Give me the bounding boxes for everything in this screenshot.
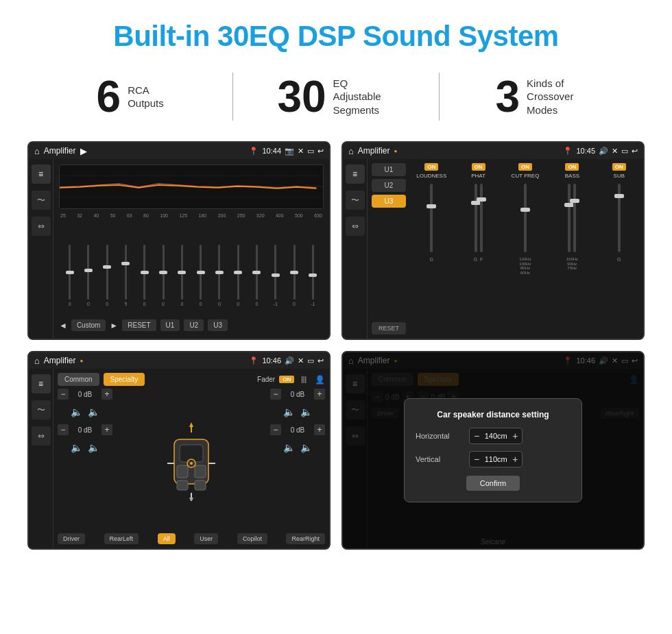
close-icon-2: ✕ <box>612 147 618 156</box>
driver-btn[interactable]: Driver <box>58 533 85 544</box>
eq-slider-3[interactable]: 5 <box>118 245 134 313</box>
rearleft-btn[interactable]: RearLeft <box>104 533 139 544</box>
user-btn[interactable]: User <box>194 533 218 544</box>
plus-btn-1[interactable]: + <box>101 389 112 400</box>
eq-slider-9[interactable]: 0 <box>230 245 246 313</box>
right-speaker-icons-2: 🔈 🔈 <box>270 442 325 453</box>
eq-bottom-bar: ◄ Custom ► RESET U1 U2 U3 <box>59 317 324 333</box>
screens-grid: ⌂ Amplifier ▶ 📍 10:44 📷 ✕ ▭ ↩ ≡ 〜 ⇔ <box>27 141 645 550</box>
custom-btn[interactable]: Custom <box>71 319 106 331</box>
horizontal-value: 140cm <box>482 432 509 440</box>
screen2-content: ≡ 〜 ⇔ U1 U2 U3 RESET <box>343 159 643 339</box>
sidebar-wave-btn-3[interactable]: 〜 <box>32 400 51 419</box>
screen2-sidebar: ≡ 〜 ⇔ <box>343 159 368 339</box>
eq-slider-1[interactable]: 0 <box>80 245 96 313</box>
svg-rect-9 <box>195 480 206 490</box>
person-icon: 👤 <box>315 375 325 385</box>
horizontal-minus[interactable]: − <box>474 430 479 441</box>
eq-slider-0[interactable]: 0 <box>62 245 77 313</box>
plus-btn-3[interactable]: + <box>314 389 325 400</box>
loudness-slider[interactable] <box>430 184 433 252</box>
minus-btn-2[interactable]: − <box>58 424 69 435</box>
eq-slider-10[interactable]: 0 <box>249 245 265 313</box>
u1-btn-amp[interactable]: U1 <box>372 163 406 176</box>
reset-btn[interactable]: RESET <box>122 319 156 331</box>
home-icon: ⌂ <box>34 146 40 156</box>
cutfreq-slider[interactable] <box>524 184 527 252</box>
amp-main: U1 U2 U3 RESET ON LOUDNESS <box>368 159 643 339</box>
sidebar-wave-btn-2[interactable]: 〜 <box>346 191 365 210</box>
bass-slider2[interactable] <box>573 184 576 252</box>
dialog-row-vertical: Vertical − 110cm + <box>416 451 571 467</box>
eq-slider-12[interactable]: 0 <box>286 245 302 313</box>
volume-icon: 🔊 <box>599 147 608 156</box>
stat-eq: 30 EQ AdjustableSegments <box>233 75 438 119</box>
eq-slider-5[interactable]: 0 <box>155 245 171 313</box>
sidebar-eq-btn[interactable]: ≡ <box>32 164 51 184</box>
sub-slider[interactable] <box>618 184 621 252</box>
rearright-btn[interactable]: RearRight <box>286 533 325 544</box>
plus-btn-4[interactable]: + <box>314 424 325 435</box>
fader-left-controls: − 0 dB + 🔈 🔈 − 0 dB + <box>58 389 112 531</box>
eq-slider-6[interactable]: 0 <box>174 245 190 313</box>
sidebar-arrows-btn-2[interactable]: ⇔ <box>346 217 365 236</box>
dialog-row-horizontal: Horizontal − 140cm + <box>416 428 571 444</box>
dialog-title: Car speaker distance setting <box>416 410 571 419</box>
specialty-tab[interactable]: Specialty <box>104 373 145 386</box>
vertical-value: 110cm <box>482 455 509 463</box>
fader-value-4: 0 dB <box>284 426 311 434</box>
eq-slider-7[interactable]: 0 <box>193 245 208 313</box>
minus-btn-4[interactable]: − <box>270 424 281 435</box>
eq-main: 25 32 40 50 63 80 100 125 160 200 250 32… <box>53 159 329 339</box>
eq-slider-4[interactable]: 0 <box>136 245 152 313</box>
left-speaker-icons: 🔈 🔈 <box>58 406 112 417</box>
fader-content: − 0 dB + 🔈 🔈 − 0 dB + <box>58 389 325 531</box>
location-icon-2: 📍 <box>563 147 573 156</box>
screen3-title: Amplifier <box>44 356 76 365</box>
phat-slider1[interactable] <box>475 184 477 252</box>
screen1-time: 10:44 <box>262 147 281 155</box>
speaker-icon-left-2: 🔈 <box>88 406 99 417</box>
next-arrow[interactable]: ► <box>110 321 118 330</box>
sidebar-arrows-btn-3[interactable]: ⇔ <box>32 426 51 446</box>
u1-btn[interactable]: U1 <box>160 319 180 331</box>
eq-slider-8[interactable]: 0 <box>211 245 227 313</box>
all-btn[interactable]: All <box>158 533 176 544</box>
fader-value-1: 0 dB <box>71 391 99 398</box>
common-tab[interactable]: Common <box>58 373 99 386</box>
minus-btn-1[interactable]: − <box>58 389 69 400</box>
u3-btn[interactable]: U3 <box>208 319 228 331</box>
bass-slider1[interactable] <box>568 184 571 252</box>
speaker-icon-right-2: 🔈 <box>300 406 312 417</box>
eq-slider-13[interactable]: -1 <box>305 245 321 313</box>
phat-slider2[interactable] <box>480 184 483 252</box>
horizontal-plus[interactable]: + <box>512 430 518 441</box>
svg-point-15 <box>190 462 193 465</box>
prev-arrow[interactable]: ◄ <box>59 321 67 330</box>
reset-btn-amp[interactable]: RESET <box>372 322 406 334</box>
sidebar-eq-btn-2[interactable]: ≡ <box>346 164 365 184</box>
fader-top: Common Specialty Fader ON ||| 👤 <box>58 373 325 386</box>
u3-btn-amp[interactable]: U3 <box>372 195 406 208</box>
eq-slider-2[interactable]: 0 <box>99 245 115 313</box>
fader-right-controls: − 0 dB + 🔈 🔈 − 0 dB + <box>270 389 325 531</box>
plus-btn-2[interactable]: + <box>101 424 112 435</box>
screen2-time: 10:45 <box>576 147 595 155</box>
sidebar-wave-btn[interactable]: 〜 <box>32 191 51 210</box>
amp-cutfreq: ON CUT FREQ 120Hz100Hz80Hz60Hz <box>505 163 545 334</box>
minus-btn-3[interactable]: − <box>270 389 281 400</box>
right-speaker-icons: 🔈 🔈 <box>270 406 325 417</box>
eq-slider-11[interactable]: -1 <box>267 245 283 313</box>
copilot-btn[interactable]: Copilot <box>237 533 267 544</box>
amp-u-buttons: U1 U2 U3 RESET <box>372 163 406 334</box>
confirm-button[interactable]: Confirm <box>466 476 520 491</box>
eq-freq-labels: 25 32 40 50 63 80 100 125 160 200 250 32… <box>59 213 324 218</box>
window-icon: ▭ <box>307 147 314 156</box>
sidebar-eq-btn-3[interactable]: ≡ <box>32 374 51 393</box>
stat-crossover-text: Kinds ofCrossover Modes <box>527 77 588 117</box>
sidebar-arrows-btn[interactable]: ⇔ <box>32 217 51 236</box>
u2-btn-amp[interactable]: U2 <box>372 179 406 192</box>
vertical-plus[interactable]: + <box>512 454 518 465</box>
u2-btn[interactable]: U2 <box>184 319 204 331</box>
vertical-minus[interactable]: − <box>474 454 479 465</box>
